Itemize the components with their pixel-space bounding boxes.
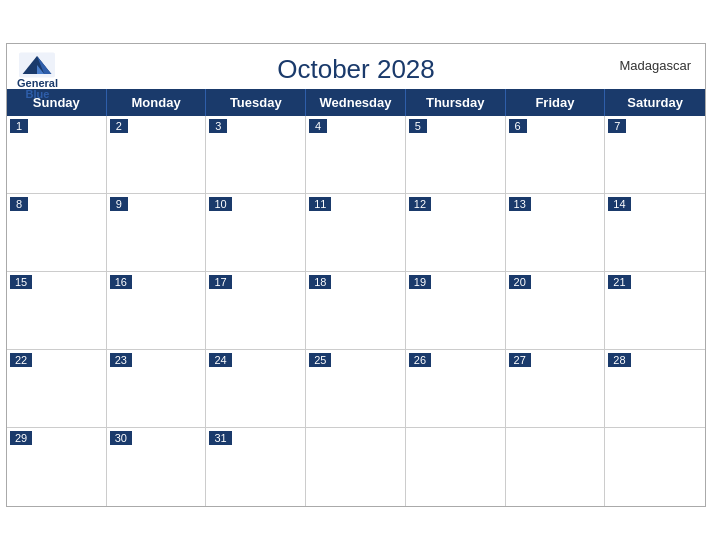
calendar-cell: 15 <box>7 272 107 350</box>
calendar-cell: 9 <box>107 194 207 272</box>
day-number: 28 <box>608 353 630 367</box>
calendar-cell: 14 <box>605 194 705 272</box>
day-saturday: Saturday <box>605 89 705 116</box>
day-number: 13 <box>509 197 531 211</box>
day-friday: Friday <box>506 89 606 116</box>
day-number: 15 <box>10 275 32 289</box>
day-number: 17 <box>209 275 231 289</box>
logo-area: General Blue <box>17 52 58 100</box>
day-number: 8 <box>10 197 28 211</box>
calendar-cell: 31 <box>206 428 306 506</box>
day-number: 27 <box>509 353 531 367</box>
day-number: 29 <box>10 431 32 445</box>
day-number: 23 <box>110 353 132 367</box>
calendar-cell: 27 <box>506 350 606 428</box>
day-number: 19 <box>409 275 431 289</box>
generalblue-logo-icon <box>19 52 55 78</box>
calendar-title: October 2028 <box>27 54 685 85</box>
day-number: 14 <box>608 197 630 211</box>
calendar-cell: 30 <box>107 428 207 506</box>
day-number: 7 <box>608 119 626 133</box>
calendar-cell: 11 <box>306 194 406 272</box>
day-number: 16 <box>110 275 132 289</box>
calendar-cell: 3 <box>206 116 306 194</box>
calendar-cell: 13 <box>506 194 606 272</box>
day-number: 26 <box>409 353 431 367</box>
country-label: Madagascar <box>619 58 691 73</box>
calendar-cell <box>506 428 606 506</box>
calendar-cell: 24 <box>206 350 306 428</box>
calendar-cell: 19 <box>406 272 506 350</box>
calendar-cell: 28 <box>605 350 705 428</box>
day-number: 24 <box>209 353 231 367</box>
calendar-cell <box>605 428 705 506</box>
day-number: 22 <box>10 353 32 367</box>
calendar-cell: 29 <box>7 428 107 506</box>
day-monday: Monday <box>107 89 207 116</box>
day-number: 20 <box>509 275 531 289</box>
calendar-cell: 8 <box>7 194 107 272</box>
calendar-cell: 1 <box>7 116 107 194</box>
day-number: 18 <box>309 275 331 289</box>
calendar-cell <box>406 428 506 506</box>
calendar-cell: 17 <box>206 272 306 350</box>
day-number: 1 <box>10 119 28 133</box>
calendar-cell: 16 <box>107 272 207 350</box>
calendar-cell: 20 <box>506 272 606 350</box>
calendar-container: General Blue October 2028 Madagascar Sun… <box>6 43 706 507</box>
calendar-cell: 25 <box>306 350 406 428</box>
calendar-cell: 22 <box>7 350 107 428</box>
day-wednesday: Wednesday <box>306 89 406 116</box>
calendar-cell: 10 <box>206 194 306 272</box>
calendar-cell: 2 <box>107 116 207 194</box>
day-number: 10 <box>209 197 231 211</box>
calendar-cell: 7 <box>605 116 705 194</box>
day-number: 21 <box>608 275 630 289</box>
day-thursday: Thursday <box>406 89 506 116</box>
day-number: 3 <box>209 119 227 133</box>
calendar-cell: 5 <box>406 116 506 194</box>
logo-blue-text: Blue <box>26 89 50 100</box>
day-number: 2 <box>110 119 128 133</box>
day-number: 31 <box>209 431 231 445</box>
calendar-header: General Blue October 2028 Madagascar <box>7 44 705 89</box>
calendar-cell: 18 <box>306 272 406 350</box>
calendar-cell <box>306 428 406 506</box>
day-tuesday: Tuesday <box>206 89 306 116</box>
calendar-cell: 6 <box>506 116 606 194</box>
calendar-cell: 26 <box>406 350 506 428</box>
day-number: 5 <box>409 119 427 133</box>
day-number: 30 <box>110 431 132 445</box>
days-header: Sunday Monday Tuesday Wednesday Thursday… <box>7 89 705 116</box>
day-number: 6 <box>509 119 527 133</box>
calendar-cell: 23 <box>107 350 207 428</box>
calendar-grid: 1234567891011121314151617181920212223242… <box>7 116 705 506</box>
calendar-cell: 21 <box>605 272 705 350</box>
calendar-cell: 4 <box>306 116 406 194</box>
day-number: 4 <box>309 119 327 133</box>
calendar-cell: 12 <box>406 194 506 272</box>
day-number: 12 <box>409 197 431 211</box>
day-number: 11 <box>309 197 331 211</box>
day-number: 25 <box>309 353 331 367</box>
day-number: 9 <box>110 197 128 211</box>
